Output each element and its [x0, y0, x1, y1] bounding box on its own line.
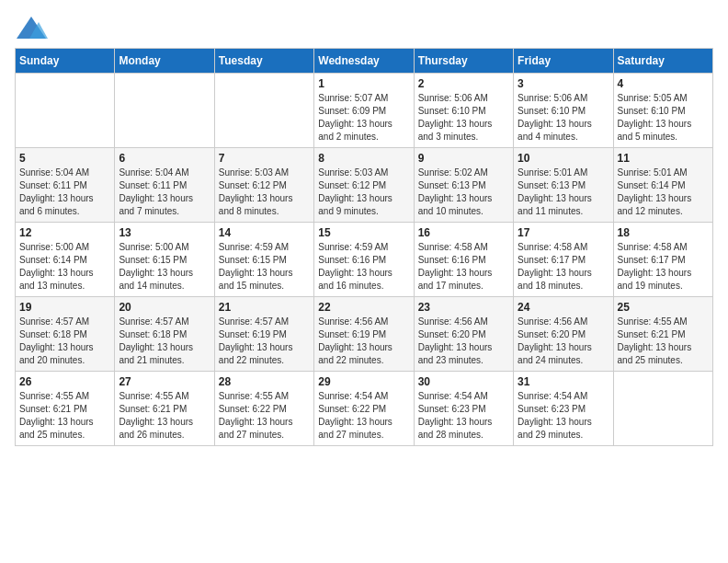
weekday-header: Monday — [115, 49, 214, 74]
calendar-day-cell: 20Sunrise: 4:57 AMSunset: 6:18 PMDayligh… — [115, 297, 214, 372]
calendar-day-cell: 17Sunrise: 4:58 AMSunset: 6:17 PMDayligh… — [514, 223, 613, 297]
day-number: 19 — [19, 301, 110, 314]
day-info: Sunrise: 4:54 AMSunset: 6:23 PMDaylight:… — [418, 390, 509, 442]
calendar-week-row: 5Sunrise: 5:04 AMSunset: 6:11 PMDaylight… — [16, 148, 713, 223]
day-number: 24 — [518, 301, 609, 314]
day-number: 10 — [518, 152, 609, 165]
day-number: 2 — [418, 77, 509, 90]
day-info: Sunrise: 4:57 AMSunset: 6:18 PMDaylight:… — [119, 316, 210, 367]
day-number: 12 — [19, 226, 110, 239]
calendar-day-cell: 10Sunrise: 5:01 AMSunset: 6:13 PMDayligh… — [514, 148, 613, 223]
calendar-day-cell: 16Sunrise: 4:58 AMSunset: 6:16 PMDayligh… — [414, 223, 513, 297]
calendar-day-cell: 13Sunrise: 5:00 AMSunset: 6:15 PMDayligh… — [115, 223, 214, 297]
day-number: 13 — [119, 226, 210, 239]
day-info: Sunrise: 5:03 AMSunset: 6:12 PMDaylight:… — [318, 167, 409, 218]
day-info: Sunrise: 5:02 AMSunset: 6:13 PMDaylight:… — [418, 167, 509, 218]
weekday-header: Thursday — [414, 49, 513, 74]
page-header — [15, 15, 713, 40]
day-info: Sunrise: 4:55 AMSunset: 6:21 PMDaylight:… — [618, 316, 709, 367]
day-number: 8 — [318, 152, 409, 165]
day-info: Sunrise: 5:00 AMSunset: 6:15 PMDaylight:… — [119, 241, 210, 293]
calendar-day-cell: 18Sunrise: 4:58 AMSunset: 6:17 PMDayligh… — [613, 223, 712, 297]
day-number: 30 — [418, 375, 509, 388]
calendar-day-cell: 26Sunrise: 4:55 AMSunset: 6:21 PMDayligh… — [16, 372, 115, 446]
day-info: Sunrise: 5:01 AMSunset: 6:14 PMDaylight:… — [618, 167, 709, 218]
day-info: Sunrise: 4:56 AMSunset: 6:20 PMDaylight:… — [418, 316, 509, 367]
day-info: Sunrise: 4:55 AMSunset: 6:21 PMDaylight:… — [19, 390, 110, 442]
calendar-day-cell: 31Sunrise: 4:54 AMSunset: 6:23 PMDayligh… — [514, 372, 613, 446]
day-info: Sunrise: 5:05 AMSunset: 6:10 PMDaylight:… — [618, 92, 709, 144]
day-info: Sunrise: 5:01 AMSunset: 6:13 PMDaylight:… — [518, 167, 609, 218]
calendar-day-cell: 25Sunrise: 4:55 AMSunset: 6:21 PMDayligh… — [613, 297, 712, 372]
day-number: 25 — [618, 301, 709, 314]
day-number: 7 — [219, 152, 310, 165]
calendar-day-cell: 7Sunrise: 5:03 AMSunset: 6:12 PMDaylight… — [214, 148, 313, 223]
day-info: Sunrise: 4:57 AMSunset: 6:18 PMDaylight:… — [19, 316, 110, 367]
weekday-header: Saturday — [613, 49, 712, 74]
calendar-table: SundayMondayTuesdayWednesdayThursdayFrid… — [15, 48, 713, 446]
day-info: Sunrise: 5:03 AMSunset: 6:12 PMDaylight:… — [219, 167, 310, 218]
calendar-day-cell — [16, 74, 115, 148]
calendar-day-cell: 8Sunrise: 5:03 AMSunset: 6:12 PMDaylight… — [314, 148, 414, 223]
calendar-day-cell: 9Sunrise: 5:02 AMSunset: 6:13 PMDaylight… — [414, 148, 513, 223]
calendar-day-cell: 21Sunrise: 4:57 AMSunset: 6:19 PMDayligh… — [214, 297, 313, 372]
calendar-day-cell — [214, 74, 313, 148]
day-info: Sunrise: 4:59 AMSunset: 6:15 PMDaylight:… — [219, 241, 310, 293]
calendar-day-cell: 22Sunrise: 4:56 AMSunset: 6:19 PMDayligh… — [314, 297, 414, 372]
day-info: Sunrise: 5:04 AMSunset: 6:11 PMDaylight:… — [19, 167, 110, 218]
calendar-day-cell: 14Sunrise: 4:59 AMSunset: 6:15 PMDayligh… — [214, 223, 313, 297]
day-number: 22 — [318, 301, 409, 314]
logo — [15, 15, 51, 40]
day-number: 28 — [219, 375, 310, 388]
calendar-day-cell — [115, 74, 214, 148]
day-info: Sunrise: 4:54 AMSunset: 6:22 PMDaylight:… — [318, 390, 409, 442]
day-number: 16 — [418, 226, 509, 239]
logo-icon — [15, 15, 48, 40]
day-number: 23 — [418, 301, 509, 314]
day-number: 27 — [119, 375, 210, 388]
day-number: 21 — [219, 301, 310, 314]
day-info: Sunrise: 5:07 AMSunset: 6:09 PMDaylight:… — [318, 92, 409, 144]
day-number: 5 — [19, 152, 110, 165]
day-info: Sunrise: 5:06 AMSunset: 6:10 PMDaylight:… — [418, 92, 509, 144]
day-info: Sunrise: 5:00 AMSunset: 6:14 PMDaylight:… — [19, 241, 110, 293]
calendar-day-cell — [613, 372, 712, 446]
calendar-day-cell: 24Sunrise: 4:56 AMSunset: 6:20 PMDayligh… — [514, 297, 613, 372]
day-info: Sunrise: 4:55 AMSunset: 6:21 PMDaylight:… — [119, 390, 210, 442]
day-info: Sunrise: 5:04 AMSunset: 6:11 PMDaylight:… — [119, 167, 210, 218]
day-info: Sunrise: 4:57 AMSunset: 6:19 PMDaylight:… — [219, 316, 310, 367]
day-info: Sunrise: 5:06 AMSunset: 6:10 PMDaylight:… — [518, 92, 609, 144]
calendar-day-cell: 4Sunrise: 5:05 AMSunset: 6:10 PMDaylight… — [613, 74, 712, 148]
calendar-day-cell: 2Sunrise: 5:06 AMSunset: 6:10 PMDaylight… — [414, 74, 513, 148]
calendar-week-row: 1Sunrise: 5:07 AMSunset: 6:09 PMDaylight… — [16, 74, 713, 148]
day-number: 18 — [618, 226, 709, 239]
day-number: 20 — [119, 301, 210, 314]
calendar-day-cell: 27Sunrise: 4:55 AMSunset: 6:21 PMDayligh… — [115, 372, 214, 446]
day-number: 15 — [318, 226, 409, 239]
day-number: 11 — [618, 152, 709, 165]
day-number: 6 — [119, 152, 210, 165]
day-number: 3 — [518, 77, 609, 90]
calendar-day-cell: 28Sunrise: 4:55 AMSunset: 6:22 PMDayligh… — [214, 372, 313, 446]
weekday-header: Sunday — [16, 49, 115, 74]
day-number: 14 — [219, 226, 310, 239]
day-number: 17 — [518, 226, 609, 239]
day-number: 1 — [318, 77, 409, 90]
day-info: Sunrise: 4:58 AMSunset: 6:16 PMDaylight:… — [418, 241, 509, 293]
calendar-day-cell: 5Sunrise: 5:04 AMSunset: 6:11 PMDaylight… — [16, 148, 115, 223]
calendar-week-row: 26Sunrise: 4:55 AMSunset: 6:21 PMDayligh… — [16, 372, 713, 446]
day-number: 4 — [618, 77, 709, 90]
calendar-header-row: SundayMondayTuesdayWednesdayThursdayFrid… — [16, 49, 713, 74]
day-number: 9 — [418, 152, 509, 165]
day-info: Sunrise: 4:58 AMSunset: 6:17 PMDaylight:… — [618, 241, 709, 293]
day-number: 31 — [518, 375, 609, 388]
calendar-day-cell: 19Sunrise: 4:57 AMSunset: 6:18 PMDayligh… — [16, 297, 115, 372]
calendar-day-cell: 29Sunrise: 4:54 AMSunset: 6:22 PMDayligh… — [314, 372, 414, 446]
day-info: Sunrise: 4:59 AMSunset: 6:16 PMDaylight:… — [318, 241, 409, 293]
calendar-day-cell: 1Sunrise: 5:07 AMSunset: 6:09 PMDaylight… — [314, 74, 414, 148]
weekday-header: Wednesday — [314, 49, 414, 74]
weekday-header: Friday — [514, 49, 613, 74]
calendar-day-cell: 6Sunrise: 5:04 AMSunset: 6:11 PMDaylight… — [115, 148, 214, 223]
calendar-day-cell: 15Sunrise: 4:59 AMSunset: 6:16 PMDayligh… — [314, 223, 414, 297]
calendar-week-row: 12Sunrise: 5:00 AMSunset: 6:14 PMDayligh… — [16, 223, 713, 297]
